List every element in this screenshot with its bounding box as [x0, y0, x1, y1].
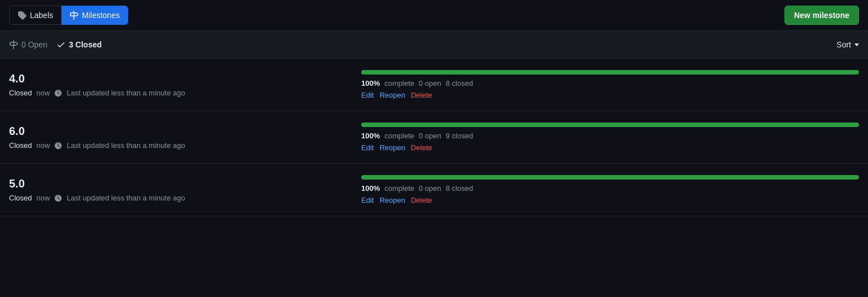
milestone-actions-2: Edit Reopen Delete: [361, 196, 859, 204]
closed-count-0: 8 closed: [446, 79, 473, 88]
closed-tab[interactable]: 3 Closed: [56, 38, 102, 51]
clock-icon-1: [54, 142, 62, 150]
milestone-actions-0: Edit Reopen Delete: [361, 91, 859, 99]
milestones-button[interactable]: Milestones: [62, 6, 128, 25]
reopen-button-0[interactable]: Reopen: [379, 91, 405, 99]
progress-bar-fill-1: [361, 123, 859, 127]
filter-tabs: 0 Open 3 Closed: [9, 38, 102, 51]
clock-icon-0: [54, 89, 62, 97]
milestone-right-2: 100% complete 0 open 8 closed Edit Reope…: [348, 175, 859, 204]
filter-bar: 0 Open 3 Closed Sort: [0, 30, 868, 59]
milestone-time-1: now: [36, 141, 50, 150]
milestone-list: 4.0 Closed now Last updated less than a …: [0, 59, 868, 216]
progress-percent-1: 100%: [361, 132, 380, 140]
milestone-item: 5.0 Closed now Last updated less than a …: [0, 164, 868, 216]
delete-button-1[interactable]: Delete: [411, 143, 432, 152]
edit-button-1[interactable]: Edit: [361, 143, 374, 152]
milestone-meta-1: Closed now Last updated less than a minu…: [9, 141, 348, 150]
new-milestone-button[interactable]: New milestone: [784, 6, 859, 25]
milestone-actions-1: Edit Reopen Delete: [361, 143, 859, 152]
complete-label-0: complete: [384, 79, 414, 88]
progress-percent-2: 100%: [361, 184, 380, 193]
milestones-btn-label: Milestones: [82, 11, 120, 20]
milestone-left-2: 5.0 Closed now Last updated less than a …: [9, 177, 348, 202]
labels-btn-label: Labels: [30, 11, 53, 20]
chevron-down-icon: [854, 43, 859, 46]
label-icon: [17, 11, 27, 20]
milestone-status-1: Closed: [9, 141, 32, 150]
complete-label-1: complete: [384, 132, 414, 140]
open-tab[interactable]: 0 Open: [9, 38, 47, 51]
labels-button[interactable]: Labels: [9, 6, 62, 25]
milestone-status-0: Closed: [9, 89, 32, 97]
progress-bar-fill-0: [361, 70, 859, 75]
milestone-updated-0: Last updated less than a minute ago: [67, 89, 185, 97]
delete-button-2[interactable]: Delete: [411, 196, 432, 204]
milestone-updated-1: Last updated less than a minute ago: [67, 141, 185, 150]
closed-tab-label: 3 Closed: [69, 40, 102, 49]
progress-stats-0: 100% complete 0 open 8 closed: [361, 79, 859, 88]
progress-stats-1: 100% complete 0 open 9 closed: [361, 132, 859, 140]
milestone-item: 6.0 Closed now Last updated less than a …: [0, 111, 868, 164]
progress-bar-fill-2: [361, 175, 859, 180]
progress-bar-container-1: [361, 123, 859, 127]
closed-count-2: 8 closed: [446, 184, 473, 193]
milestone-meta-0: Closed now Last updated less than a minu…: [9, 89, 348, 97]
milestone-title-1: 6.0: [9, 125, 348, 138]
progress-percent-0: 100%: [361, 79, 380, 88]
delete-button-0[interactable]: Delete: [411, 91, 432, 99]
milestone-time-2: now: [36, 194, 50, 202]
clock-icon-2: [54, 194, 62, 202]
complete-label-2: complete: [384, 184, 414, 193]
milestone-icon: [69, 11, 78, 20]
edit-button-2[interactable]: Edit: [361, 196, 374, 204]
milestone-meta-2: Closed now Last updated less than a minu…: [9, 194, 348, 202]
reopen-button-2[interactable]: Reopen: [379, 196, 405, 204]
nav-buttons: Labels Milestones: [9, 6, 128, 25]
milestone-left-0: 4.0 Closed now Last updated less than a …: [9, 72, 348, 97]
open-tab-label: 0 Open: [21, 40, 47, 49]
milestone-title-2: 5.0: [9, 177, 348, 190]
progress-bar-container-0: [361, 70, 859, 75]
edit-button-0[interactable]: Edit: [361, 91, 374, 99]
open-count-1: 0 open: [419, 132, 441, 140]
sort-label: Sort: [836, 40, 851, 49]
open-count-2: 0 open: [419, 184, 441, 193]
closed-count-1: 9 closed: [446, 132, 473, 140]
check-icon: [56, 40, 65, 49]
milestone-right-1: 100% complete 0 open 9 closed Edit Reope…: [348, 123, 859, 152]
milestone-item: 4.0 Closed now Last updated less than a …: [0, 59, 868, 111]
milestone-right-0: 100% complete 0 open 8 closed Edit Reope…: [348, 70, 859, 99]
reopen-button-1[interactable]: Reopen: [379, 143, 405, 152]
open-milestone-icon: [9, 40, 18, 49]
progress-stats-2: 100% complete 0 open 8 closed: [361, 184, 859, 193]
top-bar: Labels Milestones New milestone: [0, 0, 868, 30]
progress-bar-container-2: [361, 175, 859, 180]
milestone-updated-2: Last updated less than a minute ago: [67, 194, 185, 202]
milestone-time-0: now: [36, 89, 50, 97]
sort-button[interactable]: Sort: [836, 40, 859, 49]
milestone-title-0: 4.0: [9, 72, 348, 85]
open-count-0: 0 open: [419, 79, 441, 88]
milestone-left-1: 6.0 Closed now Last updated less than a …: [9, 125, 348, 150]
new-milestone-label: New milestone: [794, 11, 849, 20]
milestone-status-2: Closed: [9, 194, 32, 202]
